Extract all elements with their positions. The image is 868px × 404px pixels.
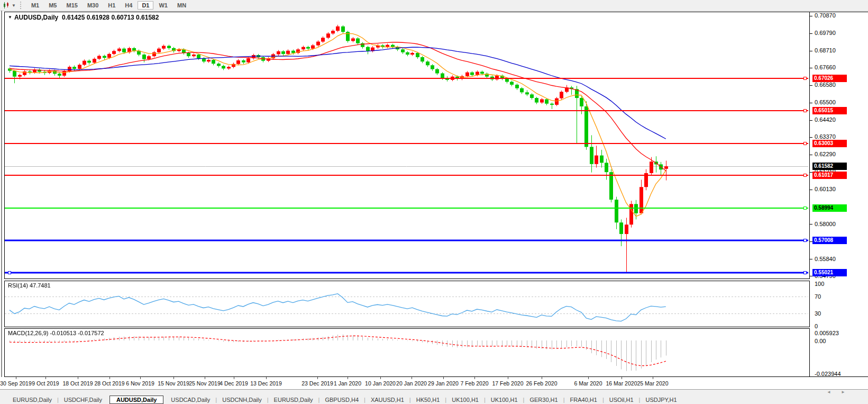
date-tick (45, 377, 46, 379)
date-label: 25 Nov 2019 (189, 380, 221, 387)
toolbar-grip[interactable] (20, 2, 23, 9)
date-tick (348, 377, 348, 379)
timeframe-button-w1[interactable]: W1 (154, 1, 172, 10)
price-axis-label: 0.60130 (815, 186, 836, 192)
date-tick (266, 377, 267, 379)
price-chart-canvas[interactable] (5, 12, 808, 277)
tab-ger30-h1[interactable]: GER30,H1 (524, 397, 563, 403)
price-axis-label: 0.58000 (815, 221, 836, 227)
macd-canvas[interactable] (5, 329, 808, 375)
price-axis-label: 0.70870 (815, 12, 836, 19)
price-axis-label: 0.67660 (815, 64, 836, 70)
tab-uk100-h1[interactable]: UK100,H1 (486, 397, 523, 403)
scroll-right-icon[interactable]: ► (841, 390, 845, 395)
timeframe-button-m5[interactable]: M5 (44, 1, 61, 10)
timeframe-button-d1[interactable]: D1 (138, 1, 153, 10)
date-tick (205, 377, 205, 379)
date-label: 4 Dec 2019 (220, 380, 248, 387)
tab-gbpusd-h4[interactable]: GBPUSD,H4 (319, 397, 364, 403)
date-label: 6 Mar 2020 (574, 380, 602, 387)
date-label: 28 Oct 2019 (94, 380, 124, 387)
tab-fra40-h1[interactable]: FRA40,H1 (565, 397, 602, 403)
macd-scale-label: 0.00 (815, 338, 826, 344)
date-axis: 30 Sep 20199 Oct 201918 Oct 201928 Oct 2… (0, 377, 868, 389)
date-tick (173, 377, 174, 379)
chart-ohlc-values: 0.61425 0.61928 0.60713 0.61582 (62, 14, 159, 21)
date-tick (653, 377, 653, 379)
tab-hk50-h1[interactable]: HK50,H1 (411, 397, 445, 403)
rsi-indicator-pane: RSI(14) 47.7481 (4, 281, 810, 327)
price-axis-tick (809, 68, 812, 68)
price-axis-tick (809, 85, 812, 86)
rsi-scale-label: 30 (815, 310, 821, 317)
macd-scale-label: 0.005923 (815, 330, 839, 336)
timeframe-button-m30[interactable]: M30 (83, 1, 103, 10)
price-axis-label: 0.62290 (815, 151, 836, 157)
date-tick (234, 377, 234, 379)
date-label: 20 Jan 2020 (396, 380, 427, 387)
window-left-border (1, 11, 2, 394)
chart-symbol-title: AUDUSD,Daily (14, 14, 58, 21)
tab-eurusd-daily[interactable]: EURUSD,Daily (269, 397, 318, 403)
scroll-left-icon[interactable]: ◄ (827, 390, 831, 395)
hline-price-badge: 0.61017 (812, 172, 847, 179)
tab-usdjpy-h1[interactable]: USDJPY,H1 (640, 397, 682, 403)
date-tick (412, 377, 412, 379)
rsi-canvas[interactable] (5, 281, 808, 326)
date-tick (622, 377, 622, 379)
tab-usdcad-daily[interactable]: USDCAD,Daily (166, 397, 215, 403)
horizontal-scrollbar[interactable]: ◄ ► (0, 389, 868, 395)
timeframe-button-h4[interactable]: H4 (121, 1, 136, 10)
date-label: 26 Feb 2020 (526, 380, 558, 387)
timeframe-button-mn[interactable]: MN (173, 1, 190, 10)
price-axis-tick (809, 120, 812, 121)
date-label: 10 Jan 2020 (365, 380, 396, 387)
timeframe-button-m1[interactable]: M1 (27, 1, 43, 10)
tab-usdchf-daily[interactable]: USDCHF,Daily (59, 397, 107, 403)
price-axis-tick (809, 224, 812, 225)
rsi-scale-label: 100 (815, 281, 824, 287)
tab-xauusd-h1[interactable]: XAUUSD,H1 (366, 397, 409, 403)
hline-price-badge: 0.65015 (812, 107, 847, 114)
macd-indicator-pane: MACD(12,26,9) -0.010513 -0.017572 (4, 328, 810, 377)
date-label: 23 Dec 2019 (301, 380, 333, 387)
date-tick (109, 377, 110, 379)
rsi-scale-label: 0 (815, 323, 818, 329)
price-axis-label: 0.55840 (815, 256, 836, 262)
price-axis-label: 0.66580 (815, 82, 836, 88)
date-tick (380, 377, 381, 379)
hline-price-badge: 0.57008 (812, 237, 847, 244)
date-label: 13 Dec 2019 (250, 380, 282, 387)
price-axis-tick (809, 190, 812, 190)
tab-audusd-daily[interactable]: AUDUSD,Daily (109, 396, 163, 404)
date-label: 16 Mar 2020 (606, 380, 637, 387)
price-axis-tick (809, 259, 812, 259)
caret-down-icon: ▼ (12, 3, 16, 8)
hline-price-badge: 0.55021 (812, 269, 847, 276)
date-tick (16, 377, 16, 379)
date-label: 6 Nov 2019 (126, 380, 154, 387)
timeframe-button-m15[interactable]: M15 (62, 1, 81, 10)
tab-usdcnh-daily[interactable]: USDCNH,Daily (217, 397, 267, 403)
collapse-triangle-icon[interactable]: ▼ (8, 15, 12, 20)
date-label: 17 Feb 2020 (492, 380, 524, 387)
date-tick (140, 377, 141, 379)
price-axis-tick (809, 155, 812, 155)
chart-type-button[interactable]: ▼ (0, 1, 19, 10)
date-label: 18 Oct 2019 (62, 380, 93, 387)
date-label: 30 Sep 2019 (0, 380, 32, 387)
date-tick (78, 377, 78, 379)
price-axis-label: 0.69790 (815, 30, 836, 36)
price-axis-tick (809, 51, 812, 51)
tab-usoil-h1[interactable]: USOil,H1 (604, 397, 639, 403)
timeframe-button-h1[interactable]: H1 (104, 1, 120, 10)
chart-tab-bar: EURUSD,Daily|USDCHF,DailyAUDUSD,DailyUSD… (0, 395, 868, 404)
date-label: 1 Jan 2020 (334, 380, 361, 387)
mt4-terminal: { "toolbar": { "timeframes": ["M1","M5",… (0, 0, 868, 404)
tab-eurusd-daily[interactable]: EURUSD,Daily (7, 397, 57, 403)
date-label: 15 Nov 2019 (158, 380, 189, 387)
date-label: 9 Oct 2019 (32, 380, 59, 387)
price-axis-tick (809, 137, 812, 138)
hline-price-badge: 0.63003 (812, 140, 847, 147)
tab-uk100-h1[interactable]: UK100,H1 (446, 397, 484, 403)
